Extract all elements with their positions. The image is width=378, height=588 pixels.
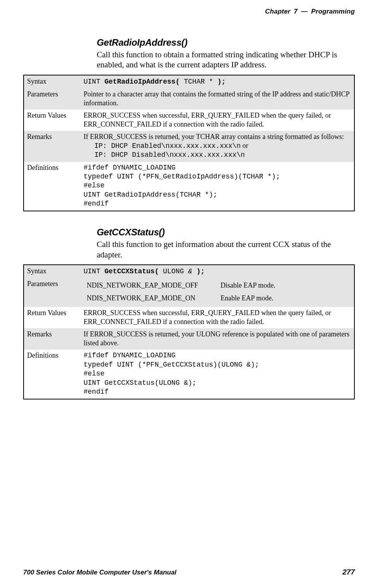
section-getccxstatus: GetCCXStatus() Call this function to get… (97, 227, 355, 260)
definitions-code: #ifdef DYNAMIC_LOADING typedef UINT (*PF… (84, 351, 351, 396)
row-label-return: Return Values (24, 307, 80, 328)
section-description: Call this function to get information ab… (97, 239, 355, 260)
table-row: Syntax UINT GetCCXStatus( ULONG & ); (24, 265, 354, 278)
table-row: Remarks If ERROR_SUCCESS is returned, yo… (24, 131, 354, 162)
remarks-code-block: IP: DHCP Enabled\nxxx.xxx.xxx.xxx\n or I… (84, 141, 351, 159)
chapter-title: Programming (310, 8, 355, 15)
remarks-code-line2: IP: DHCP Disabled\nxxx.xxx.xxx.xxx\n (94, 151, 245, 159)
row-label-definitions: Definitions (24, 350, 80, 399)
chapter-number: 7 (292, 8, 299, 15)
section-getradioipaddress: GetRadioIpAddress() Call this function t… (97, 37, 355, 70)
row-label-remarks: Remarks (24, 131, 80, 162)
row-label-syntax: Syntax (24, 265, 80, 278)
table-row: NDIS_NETWORK_EAP_MODE_ON Enable EAP mode… (84, 292, 351, 305)
syntax-close: ); (217, 78, 226, 86)
row-value-definitions: #ifdef DYNAMIC_LOADING typedef UINT (*PF… (80, 162, 354, 211)
table-row: Definitions #ifdef DYNAMIC_LOADING typed… (24, 350, 354, 399)
syntax-close: ); (197, 267, 205, 275)
header-dash: — (301, 8, 308, 15)
section-heading: GetRadioIpAddress() (97, 37, 355, 48)
syntax-args1: ULONG (159, 267, 188, 275)
param-desc: Disable EAP mode. (217, 279, 351, 292)
table-row: Parameters Pointer to a character array … (24, 88, 354, 110)
page-number: 277 (342, 568, 355, 576)
table-row: Definitions #ifdef DYNAMIC_LOADING typed… (24, 162, 354, 211)
row-value-parameters: NDIS_NETWORK_EAP_MODE_OFF Disable EAP mo… (80, 278, 354, 307)
parameters-inner-table: NDIS_NETWORK_EAP_MODE_OFF Disable EAP mo… (84, 279, 351, 305)
manual-title: 700 Series Color Mobile Computer User's … (23, 569, 176, 576)
table-row: Return Values ERROR_SUCCESS when success… (24, 307, 354, 328)
page: Chapter 7 — Programming GetRadioIpAddres… (0, 0, 378, 588)
row-label-definitions: Definitions (24, 162, 80, 211)
section-description: Call this function to obtain a formatted… (97, 50, 355, 70)
definitions-code: #ifdef DYNAMIC_LOADING typedef UINT (*PF… (84, 163, 351, 209)
chapter-label: Chapter (265, 8, 291, 15)
api-table-getradioipaddress: Syntax UINT GetRadioIpAddress( TCHAR * )… (23, 75, 355, 212)
row-label-parameters: Parameters (24, 88, 80, 110)
api-table-getccxstatus: Syntax UINT GetCCXStatus( ULONG & ); Par… (23, 264, 355, 399)
section-heading: GetCCXStatus() (97, 227, 355, 238)
param-name: NDIS_NETWORK_EAP_MODE_ON (84, 292, 217, 305)
remarks-or: or (241, 142, 248, 149)
page-footer: 700 Series Color Mobile Computer User's … (23, 568, 355, 576)
param-desc: Enable EAP mode. (217, 292, 351, 305)
table-row: NDIS_NETWORK_EAP_MODE_OFF Disable EAP mo… (84, 279, 351, 292)
remarks-code-line1: IP: DHCP Enabled\nxxx.xxx.xxx.xxx\n (94, 142, 241, 150)
row-value-syntax: UINT GetRadioIpAddress( TCHAR * ); (80, 75, 354, 89)
row-label-return: Return Values (24, 110, 80, 131)
row-label-remarks: Remarks (24, 328, 80, 350)
syntax-func: GetCCXStatus( (104, 267, 159, 275)
syntax-args: TCHAR * (180, 78, 217, 86)
syntax-prefix: UINT (84, 267, 104, 275)
row-label-parameters: Parameters (24, 278, 80, 307)
row-value-remarks: If ERROR_SUCCESS is returned, your TCHAR… (80, 131, 354, 162)
syntax-func: GetRadioIpAddress( (104, 78, 180, 86)
remarks-intro: If ERROR_SUCCESS is returned, your TCHAR… (84, 133, 344, 141)
table-row: Remarks If ERROR_SUCCESS is returned, yo… (24, 328, 354, 350)
syntax-args-italic: & (188, 267, 192, 275)
table-row: Parameters NDIS_NETWORK_EAP_MODE_OFF Dis… (24, 278, 354, 307)
row-value-syntax: UINT GetCCXStatus( ULONG & ); (80, 265, 354, 278)
table-row: Return Values ERROR_SUCCESS when success… (24, 110, 354, 131)
syntax-prefix: UINT (84, 78, 104, 86)
row-value-definitions: #ifdef DYNAMIC_LOADING typedef UINT (*PF… (80, 350, 354, 399)
syntax-args2 (192, 267, 197, 275)
row-value-remarks: If ERROR_SUCCESS is returned, your ULONG… (80, 328, 354, 350)
param-name: NDIS_NETWORK_EAP_MODE_OFF (84, 279, 217, 292)
row-label-syntax: Syntax (24, 75, 80, 89)
row-value-return: ERROR_SUCCESS when successful, ERR_QUERY… (80, 110, 354, 131)
table-row: Syntax UINT GetRadioIpAddress( TCHAR * )… (24, 75, 354, 89)
row-value-return: ERROR_SUCCESS when successful, ERR_QUERY… (80, 307, 354, 328)
running-header: Chapter 7 — Programming (23, 8, 355, 15)
row-value-parameters: Pointer to a character array that contai… (80, 88, 354, 110)
